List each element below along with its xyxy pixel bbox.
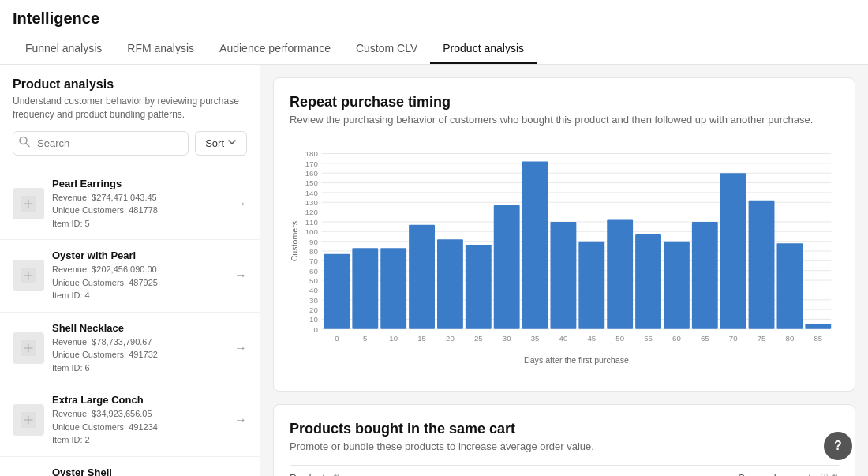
svg-text:140: 140 [305,189,318,197]
nav-tab-product[interactable]: Product analysis [430,34,537,64]
svg-text:170: 170 [305,159,318,168]
svg-text:15: 15 [417,334,426,343]
svg-rect-72 [692,222,718,329]
product-thumb [13,260,44,291]
svg-text:45: 45 [587,334,596,343]
svg-rect-60 [522,161,548,328]
svg-rect-66 [607,219,633,328]
svg-line-1 [26,144,29,147]
product-list: Pearl Earrings Revenue: $274,471,043.45U… [0,168,260,476]
svg-rect-64 [578,242,604,329]
svg-text:160: 160 [305,169,318,178]
svg-rect-74 [720,173,746,329]
repeat-purchase-title: Repeat purchase timing [290,94,839,111]
svg-text:0: 0 [313,325,317,334]
svg-rect-70 [664,242,690,329]
rate-sort-icon[interactable]: ⇅ [832,473,839,476]
product-item-1[interactable]: Oyster with Pearl Revenue: $202,456,090.… [0,240,260,313]
product-arrow-icon: → [234,413,247,427]
svg-text:130: 130 [305,198,318,207]
product-item-2[interactable]: Shell Necklace Revenue: $78,733,790.67Un… [0,313,260,385]
svg-text:70: 70 [309,257,318,265]
product-item-3[interactable]: Extra Large Conch Revenue: $34,923,656.0… [0,384,260,457]
content-area: Repeat purchase timing Review the purcha… [260,65,868,476]
repeat-purchase-chart: 0102030405060708090100110120130140150160… [290,138,839,375]
nav-tab-audience[interactable]: Audience performance [207,34,343,64]
product-arrow-icon: → [234,197,247,211]
svg-rect-50 [380,248,406,329]
sort-label: Sort [205,137,224,149]
svg-text:20: 20 [309,305,318,314]
sidebar: Product analysis Understand customer beh… [0,65,260,476]
product-info: Shell Necklace Revenue: $78,733,790.67Un… [52,322,226,375]
product-meta: Revenue: $34,923,656.05Unique Customers:… [52,407,226,447]
nav-tab-rfm[interactable]: RFM analysis [114,34,207,64]
search-sort-row: Sort [13,131,247,156]
product-name: Extra Large Conch [52,394,226,406]
svg-text:40: 40 [309,286,318,294]
product-item-0[interactable]: Pearl Earrings Revenue: $274,471,043.45U… [0,168,260,241]
co-purchase-card: Products bought in the same cart Promote… [273,404,855,476]
svg-text:150: 150 [305,178,318,187]
product-arrow-icon: → [234,341,247,355]
product-info: Oyster with Pearl Revenue: $202,456,090.… [52,249,226,302]
svg-text:55: 55 [644,334,653,343]
search-input-wrap [13,131,189,156]
svg-text:120: 120 [305,208,318,216]
product-name: Shell Necklace [52,322,226,334]
nav-tab-clv[interactable]: Custom CLV [343,34,430,64]
table-header: Products ⇅ Co-purchase rate ⓘ ⇅ [290,465,839,476]
svg-text:40: 40 [559,334,568,343]
chevron-down-icon [227,137,237,149]
product-name: Oyster Shell [52,467,226,476]
col-products-label: Products ⇅ [290,472,340,476]
svg-text:0: 0 [335,334,339,343]
product-info: Extra Large Conch Revenue: $34,923,656.0… [52,394,226,447]
svg-text:10: 10 [309,315,318,324]
product-meta: Revenue: $202,456,090.00Unique Customers… [52,263,226,302]
product-item-4[interactable]: Oyster Shell Revenue: $14,765,965.00Uniq… [0,457,260,476]
nav-tab-funnel[interactable]: Funnel analysis [13,34,114,64]
co-purchase-title: Products bought in the same cart [290,421,839,437]
svg-rect-76 [749,201,775,329]
product-thumb [13,188,44,219]
product-meta: Revenue: $78,733,790.67Unique Customers:… [52,335,226,375]
svg-text:10: 10 [389,334,398,343]
svg-text:30: 30 [309,296,318,305]
product-thumb [13,404,44,436]
product-arrow-icon: → [234,268,247,283]
sidebar-header: Product analysis Understand customer beh… [0,77,260,165]
nav-tabs: Funnel analysisRFM analysisAudience perf… [13,34,855,64]
svg-rect-68 [635,234,661,329]
app-title: Intelligence [13,9,855,28]
svg-text:85: 85 [814,334,822,343]
svg-rect-52 [409,225,435,329]
rate-info-icon[interactable]: ⓘ [820,472,829,476]
svg-text:180: 180 [305,149,318,158]
product-name: Oyster with Pearl [52,249,226,261]
svg-text:60: 60 [672,334,681,343]
product-info: Oyster Shell Revenue: $14,765,965.00Uniq… [52,467,226,476]
svg-rect-48 [352,248,378,329]
svg-text:100: 100 [305,227,318,236]
product-meta: Revenue: $274,471,043.45Unique Customers… [52,191,226,231]
svg-text:110: 110 [305,218,318,227]
svg-text:50: 50 [615,334,624,343]
search-input[interactable] [13,131,189,156]
col-rate-label: Co-purchase rate ⓘ ⇅ [738,472,839,476]
svg-text:30: 30 [503,334,511,343]
sort-button[interactable]: Sort [195,131,247,156]
products-sort-icon[interactable]: ⇅ [333,473,340,476]
product-info: Pearl Earrings Revenue: $274,471,043.45U… [52,178,226,231]
svg-text:70: 70 [729,334,738,343]
main-layout: Product analysis Understand customer beh… [0,65,868,476]
repeat-purchase-description: Review the purchasing behavior of custom… [290,114,839,126]
svg-text:75: 75 [758,334,766,343]
product-thumb [13,332,44,364]
help-button[interactable]: ? [824,432,852,460]
svg-rect-80 [805,324,831,329]
product-name: Pearl Earrings [52,178,226,189]
svg-rect-58 [494,205,520,329]
svg-text:80: 80 [786,334,795,343]
svg-rect-62 [550,222,576,329]
